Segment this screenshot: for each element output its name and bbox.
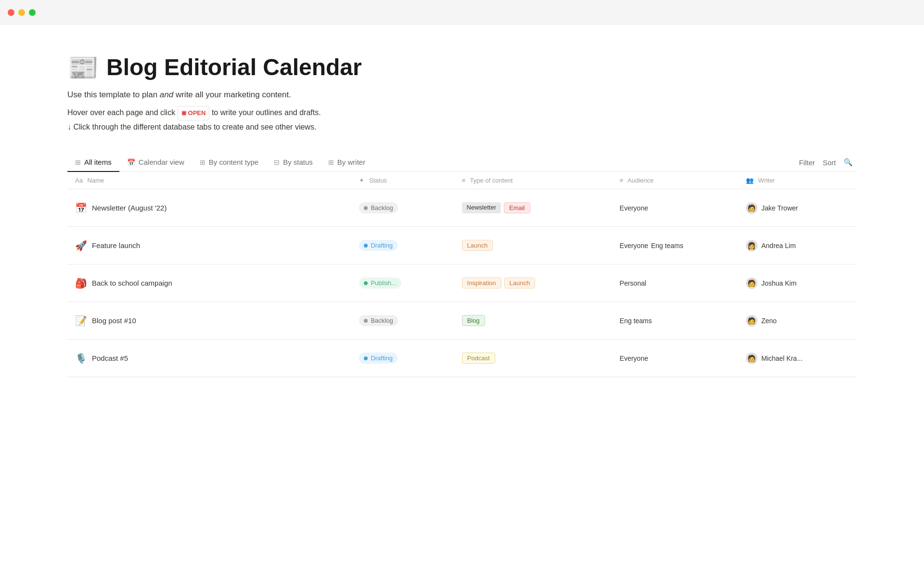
col-status-icon: ✦	[359, 177, 364, 184]
col-audience: ≡ Audience	[612, 172, 738, 189]
col-status-label: Status	[369, 177, 387, 184]
audience-tags: EveryoneEng teams	[620, 242, 731, 250]
cell-name: 🎒 Back to school campaign	[67, 264, 351, 302]
tab-all-items-icon: ⊞	[75, 158, 81, 166]
status-badge: Drafting	[359, 240, 398, 251]
row-emoji: 🎒	[75, 277, 87, 289]
content-tag: Launch	[462, 240, 493, 251]
status-dot	[364, 206, 368, 210]
page-title: Blog Editorial Calendar	[106, 54, 362, 80]
audience-tags: Eng teams	[620, 317, 731, 325]
content-tags: InspirationLaunch	[462, 277, 604, 289]
status-dot	[364, 319, 368, 323]
cell-status: Drafting	[351, 340, 454, 377]
tab-by-writer[interactable]: ⊞ By writer	[321, 153, 373, 172]
instruction-2: ↓ Click through the different database t…	[67, 120, 857, 134]
audience-tags: Personal	[620, 279, 731, 287]
content-tags: NewsletterEmail	[462, 202, 604, 213]
writer-avatar: 🧑	[746, 202, 757, 214]
cell-type: Blog	[454, 302, 612, 340]
col-status: ✦ Status	[351, 172, 454, 189]
filter-button[interactable]: Filter	[799, 158, 815, 167]
cell-name: 📅 Newsletter (August '22)	[67, 189, 351, 227]
tab-calendar-label: Calendar view	[139, 158, 184, 166]
audience-tag: Everyone	[620, 242, 648, 250]
row-name-text: Blog post #10	[92, 316, 136, 325]
table-row[interactable]: 🎙️ Podcast #5 Drafting PodcastEveryone 🧑…	[67, 340, 857, 377]
audience-tag: Eng teams	[651, 242, 683, 250]
cell-writer: 🧑 Michael Kra...	[738, 340, 857, 377]
writer-avatar: 🧑	[746, 315, 757, 327]
page-title-row: 📰 Blog Editorial Calendar	[67, 54, 857, 80]
cell-audience: Personal	[612, 264, 738, 302]
content-tags: Podcast	[462, 353, 604, 364]
col-type-label: Type of content	[470, 177, 513, 184]
content-tag: Blog	[462, 315, 485, 326]
writer-cell: 🧑 Zeno	[746, 315, 849, 327]
writer-avatar: 🧑	[746, 353, 757, 364]
tab-by-status[interactable]: ⊟ By status	[266, 153, 321, 172]
cell-status: Drafting	[351, 227, 454, 264]
row-name-text: Back to school campaign	[92, 279, 172, 287]
instruction-after: to write your outlines and drafts.	[212, 108, 321, 117]
content-tag: Newsletter	[462, 202, 501, 213]
content-tag: Inspiration	[462, 277, 501, 289]
status-label: Backlog	[371, 317, 393, 324]
row-emoji: 🎙️	[75, 353, 87, 364]
col-writer: 👥 Writer	[738, 172, 857, 189]
table-row[interactable]: 🚀 Feature launch Drafting LaunchEveryone…	[67, 227, 857, 264]
row-emoji: 📅	[75, 202, 87, 214]
row-name-text: Feature launch	[92, 241, 140, 250]
table-row[interactable]: 📝 Blog post #10 Backlog BlogEng teams 🧑 …	[67, 302, 857, 340]
tab-content-type-icon: ⊞	[200, 158, 205, 166]
table-header-row: Aa Name ✦ Status ≡ Type of content ≡ Aud…	[67, 172, 857, 189]
tabs-bar: ⊞ All items 📅 Calendar view ⊞ By content…	[67, 153, 857, 172]
cell-status: Publish...	[351, 264, 454, 302]
page-description: Use this template to plan and write all …	[67, 88, 857, 101]
row-emoji: 🚀	[75, 240, 87, 251]
audience-tags: Everyone	[620, 204, 731, 212]
writer-cell: 🧑 Joshua Kim	[746, 277, 849, 289]
status-badge: Drafting	[359, 353, 398, 364]
status-dot	[364, 281, 368, 285]
sort-button[interactable]: Sort	[822, 158, 836, 167]
status-dot	[364, 244, 368, 248]
tab-by-content-type[interactable]: ⊞ By content type	[192, 153, 266, 172]
open-badge-label: OPEN	[188, 107, 206, 118]
close-button[interactable]	[8, 9, 14, 16]
writer-name: Michael Kra...	[761, 355, 803, 362]
tab-content-type-label: By content type	[209, 158, 258, 166]
status-label: Publish...	[371, 279, 396, 287]
col-writer-label: Writer	[758, 177, 775, 184]
audience-tag: Everyone	[620, 355, 648, 362]
status-badge: Backlog	[359, 315, 398, 326]
cell-name: 📝 Blog post #10	[67, 302, 351, 340]
table-row[interactable]: 🎒 Back to school campaign Publish... Ins…	[67, 264, 857, 302]
tab-all-items[interactable]: ⊞ All items	[67, 153, 119, 172]
writer-name: Andrea Lim	[761, 242, 796, 250]
tab-calendar-view[interactable]: 📅 Calendar view	[119, 153, 192, 172]
content-tags: Launch	[462, 240, 604, 251]
cell-type: InspirationLaunch	[454, 264, 612, 302]
maximize-button[interactable]	[29, 9, 36, 16]
writer-cell: 🧑 Michael Kra...	[746, 353, 849, 364]
status-badge: Backlog	[359, 202, 398, 213]
page-instructions: Hover over each page and click ▣ OPEN to…	[67, 106, 857, 134]
cell-writer: 🧑 Joshua Kim	[738, 264, 857, 302]
tab-all-items-label: All items	[84, 158, 112, 166]
col-type-icon: ≡	[462, 177, 466, 184]
status-label: Drafting	[371, 242, 393, 249]
cell-audience: Everyone	[612, 189, 738, 227]
table-row[interactable]: 📅 Newsletter (August '22) Backlog Newsle…	[67, 189, 857, 227]
writer-avatar: 👩	[746, 240, 757, 251]
search-button[interactable]: 🔍	[844, 158, 853, 167]
minimize-button[interactable]	[18, 9, 25, 16]
tab-writer-icon: ⊞	[328, 158, 334, 166]
tab-actions: Filter Sort 🔍	[795, 158, 857, 167]
audience-tag: Eng teams	[620, 317, 652, 325]
tab-calendar-icon: 📅	[127, 158, 135, 166]
writer-name: Zeno	[761, 317, 777, 325]
instruction-1: Hover over each page and click ▣ OPEN to…	[67, 106, 857, 120]
col-name-label: Name	[88, 177, 104, 184]
cell-writer: 👩 Andrea Lim	[738, 227, 857, 264]
